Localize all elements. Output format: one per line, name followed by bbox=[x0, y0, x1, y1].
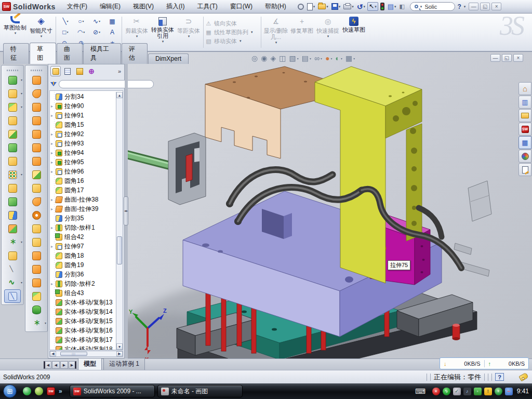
tab-评估[interactable]: 评估 bbox=[122, 43, 148, 64]
apply-scene-icon[interactable]: ◐▾ bbox=[335, 54, 342, 62]
tree-item[interactable]: ▸曲面-拉伸39 bbox=[50, 204, 116, 214]
expand-icon[interactable]: ▸ bbox=[51, 169, 56, 174]
doc-tab-运动算例 1[interactable]: 运动算例 1 bbox=[103, 358, 145, 370]
quick-launch-overflow-icon[interactable]: » bbox=[59, 388, 62, 395]
task-pane-home-icon[interactable]: ⌂ bbox=[518, 82, 531, 95]
tree-item[interactable]: 实体-移动/复制15 bbox=[50, 316, 116, 326]
tab-模具工具[interactable]: 模具工具 bbox=[83, 43, 121, 64]
surface-tool-icon-5[interactable] bbox=[25, 141, 47, 154]
dropdown-icon[interactable]: ▾ bbox=[67, 30, 69, 34]
rebuild-icon[interactable] bbox=[380, 3, 384, 10]
dropdown-icon[interactable]: ▾ bbox=[45, 321, 46, 325]
feature-tool-icon-13[interactable] bbox=[2, 249, 23, 262]
filter-input[interactable] bbox=[59, 80, 154, 88]
feature-tool-icon-14[interactable] bbox=[2, 262, 23, 276]
dropdown-icon[interactable]: ▾ bbox=[99, 30, 100, 34]
dropdown-icon[interactable]: ▾ bbox=[352, 5, 354, 9]
feature-tool-icon-6[interactable] bbox=[2, 154, 23, 168]
taskbar-button[interactable]: SWSolidWorks 2009 - ... bbox=[70, 385, 155, 397]
feature-tool-icon-2[interactable]: ▾ bbox=[2, 100, 23, 114]
restore-button[interactable]: ◱ bbox=[480, 3, 490, 10]
save-icon[interactable] bbox=[331, 3, 338, 10]
tree-item[interactable]: 实体-移动/复制16 bbox=[50, 326, 116, 335]
tree-item[interactable]: ▸切除-放样1 bbox=[50, 223, 116, 232]
nav-next-icon[interactable]: ▶ bbox=[60, 361, 68, 369]
surface-tool-icon-9[interactable] bbox=[25, 195, 47, 208]
doc-restore-button[interactable]: ◱ bbox=[502, 54, 512, 62]
dropdown-icon[interactable]: ▾ bbox=[67, 19, 69, 23]
antivirus-icon[interactable] bbox=[35, 387, 43, 395]
task-pane-custom-properties-icon[interactable] bbox=[518, 163, 531, 176]
scroll-down-icon[interactable]: ▼ bbox=[116, 343, 123, 350]
help-button[interactable]: ? bbox=[455, 3, 463, 10]
tree-item[interactable]: 组合42 bbox=[50, 232, 116, 242]
circle-icon[interactable]: ○▾ bbox=[73, 16, 89, 26]
rx-icon[interactable]: ◧ bbox=[399, 3, 404, 10]
arc-icon[interactable]: ◠▾ bbox=[73, 26, 89, 37]
tree-item[interactable]: ▸拉伸96 bbox=[50, 167, 116, 176]
tree-item[interactable]: ▸拉伸93 bbox=[50, 139, 116, 148]
undo-icon[interactable]: ↺ bbox=[357, 3, 363, 10]
scrollbar-thumb[interactable]: ||| bbox=[60, 352, 87, 356]
menu-item-3[interactable]: 插入(I) bbox=[160, 2, 191, 11]
nav-first-icon[interactable]: ◀ bbox=[44, 361, 51, 369]
nav-last-icon[interactable]: ▶ bbox=[69, 361, 76, 369]
dropdown-icon[interactable]: ▾ bbox=[375, 5, 377, 9]
tree-item[interactable]: ▸拉伸95 bbox=[50, 157, 116, 167]
network-off-icon[interactable]: − bbox=[505, 388, 513, 395]
part-sprue-tube[interactable] bbox=[128, 152, 172, 166]
scroll-right-icon[interactable]: ▶ bbox=[116, 351, 123, 356]
zoom-fit-icon[interactable]: ◎ bbox=[251, 54, 258, 62]
tree-item[interactable]: ▸拉伸94 bbox=[50, 148, 116, 157]
surface-tool-icon-16[interactable] bbox=[25, 289, 47, 303]
dropdown-icon[interactable]: ▾ bbox=[21, 240, 22, 244]
tree-item[interactable]: 圆角16 bbox=[50, 176, 116, 185]
splitter-handle[interactable]: ◂▸ bbox=[124, 196, 128, 225]
quick-tips-icon[interactable]: ? bbox=[495, 373, 504, 381]
surface-tool-icon-7[interactable] bbox=[25, 168, 47, 181]
expand-icon[interactable]: ▸ bbox=[51, 282, 56, 286]
feature-tool-icon-0[interactable]: ▾ bbox=[2, 73, 23, 87]
feature-tool-icon-4[interactable] bbox=[2, 127, 23, 141]
graphics-area[interactable]: Y Z X bbox=[128, 52, 532, 370]
tree-item[interactable]: ▸拉伸90 bbox=[50, 101, 116, 111]
spline-icon[interactable]: ∿▾ bbox=[89, 16, 104, 26]
menu-item-4[interactable]: 工具(T) bbox=[191, 2, 223, 11]
tree-item[interactable]: ▸拉伸91 bbox=[50, 111, 116, 120]
dropdown-icon[interactable]: ▾ bbox=[341, 57, 342, 60]
dropdown-icon[interactable]: ▾ bbox=[83, 30, 85, 34]
tree-item[interactable]: ▸拉伸97 bbox=[50, 242, 116, 251]
feature-tool-icon-16[interactable] bbox=[4, 289, 21, 303]
feature-tool-icon-10[interactable] bbox=[2, 208, 23, 222]
expand-icon[interactable]: ▸ bbox=[51, 141, 56, 146]
im-icon[interactable]: ◦ bbox=[474, 388, 482, 395]
expand-icon[interactable]: ▸ bbox=[51, 160, 56, 165]
tree-item[interactable]: ▸曲面-拉伸38 bbox=[50, 195, 116, 204]
surface-tool-icon-12[interactable] bbox=[25, 235, 47, 249]
search-input[interactable] bbox=[423, 3, 450, 10]
dropdown-icon[interactable]: ▾ bbox=[41, 34, 43, 38]
nav-previous-icon[interactable]: ◀ bbox=[52, 361, 60, 369]
menu-item-1[interactable]: 编辑(E) bbox=[94, 2, 127, 11]
task-pane-file-explorer-icon[interactable]: ▦ bbox=[518, 136, 531, 149]
expand-icon[interactable]: ▸ bbox=[51, 151, 56, 155]
pin-icon[interactable] bbox=[298, 4, 304, 10]
dropdown-icon[interactable]: ▾ bbox=[326, 5, 328, 9]
help-dropdown-icon[interactable]: ▾ bbox=[464, 5, 466, 9]
text-icon[interactable]: A bbox=[104, 26, 120, 37]
expand-icon[interactable]: ▸ bbox=[51, 244, 56, 249]
feature-tool-icon-7[interactable]: ▾ bbox=[2, 168, 23, 181]
new-document-icon[interactable] bbox=[307, 3, 313, 10]
feature-tool-icon-1[interactable]: ▾ bbox=[2, 87, 23, 100]
zoom-area-icon[interactable]: ◉ bbox=[261, 54, 267, 62]
dropdown-icon[interactable]: ▾ bbox=[394, 5, 396, 9]
tree-item[interactable]: 实体-移动/复制14 bbox=[50, 307, 116, 316]
task-pane-resources-icon[interactable]: ▥ bbox=[518, 96, 531, 109]
tree-item[interactable]: 分割34 bbox=[50, 92, 116, 101]
previous-view-icon[interactable]: ◈ bbox=[270, 54, 276, 62]
dropdown-icon[interactable]: ▾ bbox=[364, 5, 366, 9]
display-style-icon[interactable]: ▤▾ bbox=[302, 54, 311, 62]
warning-icon[interactable]: ! bbox=[484, 388, 492, 395]
menu-item-2[interactable]: 视图(V) bbox=[127, 2, 160, 11]
menu-item-0[interactable]: 文件(F) bbox=[61, 2, 94, 11]
